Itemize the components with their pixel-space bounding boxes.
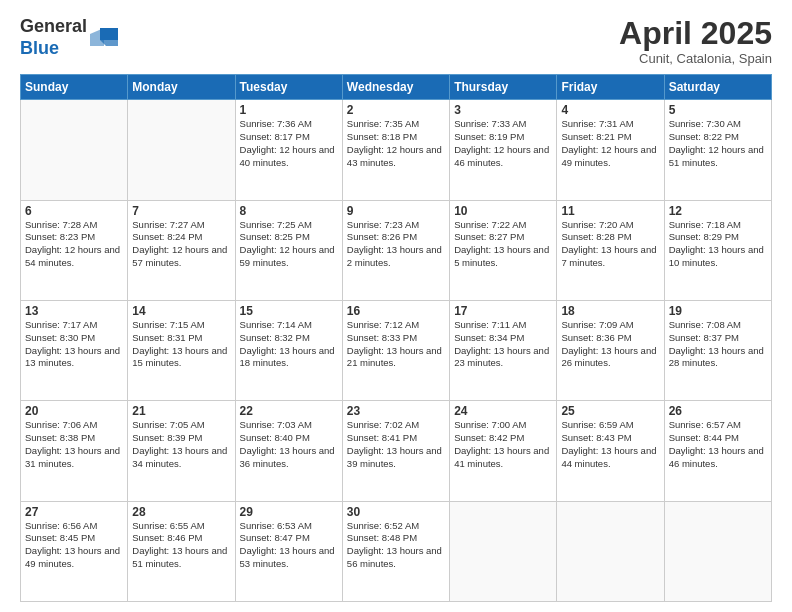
logo-general: General [20, 16, 87, 38]
day-info: Sunrise: 7:31 AM Sunset: 8:21 PM Dayligh… [561, 118, 659, 169]
day-info: Sunrise: 6:57 AM Sunset: 8:44 PM Dayligh… [669, 419, 767, 470]
day-number: 14 [132, 304, 230, 318]
day-number: 19 [669, 304, 767, 318]
calendar-cell: 13Sunrise: 7:17 AM Sunset: 8:30 PM Dayli… [21, 300, 128, 400]
day-number: 13 [25, 304, 123, 318]
day-info: Sunrise: 7:09 AM Sunset: 8:36 PM Dayligh… [561, 319, 659, 370]
day-info: Sunrise: 7:15 AM Sunset: 8:31 PM Dayligh… [132, 319, 230, 370]
day-number: 1 [240, 103, 338, 117]
calendar-cell: 23Sunrise: 7:02 AM Sunset: 8:41 PM Dayli… [342, 401, 449, 501]
calendar-cell: 25Sunrise: 6:59 AM Sunset: 8:43 PM Dayli… [557, 401, 664, 501]
calendar-cell: 21Sunrise: 7:05 AM Sunset: 8:39 PM Dayli… [128, 401, 235, 501]
calendar-cell: 8Sunrise: 7:25 AM Sunset: 8:25 PM Daylig… [235, 200, 342, 300]
day-info: Sunrise: 7:33 AM Sunset: 8:19 PM Dayligh… [454, 118, 552, 169]
day-number: 4 [561, 103, 659, 117]
header: General Blue April 2025 Cunit, Catalonia… [20, 16, 772, 66]
calendar-week-row-2: 13Sunrise: 7:17 AM Sunset: 8:30 PM Dayli… [21, 300, 772, 400]
day-number: 5 [669, 103, 767, 117]
day-info: Sunrise: 6:53 AM Sunset: 8:47 PM Dayligh… [240, 520, 338, 571]
calendar-week-row-3: 20Sunrise: 7:06 AM Sunset: 8:38 PM Dayli… [21, 401, 772, 501]
col-wednesday: Wednesday [342, 75, 449, 100]
day-info: Sunrise: 7:06 AM Sunset: 8:38 PM Dayligh… [25, 419, 123, 470]
col-tuesday: Tuesday [235, 75, 342, 100]
calendar-cell: 6Sunrise: 7:28 AM Sunset: 8:23 PM Daylig… [21, 200, 128, 300]
day-number: 23 [347, 404, 445, 418]
calendar-cell: 18Sunrise: 7:09 AM Sunset: 8:36 PM Dayli… [557, 300, 664, 400]
calendar-cell [450, 501, 557, 601]
calendar-cell: 2Sunrise: 7:35 AM Sunset: 8:18 PM Daylig… [342, 100, 449, 200]
day-info: Sunrise: 7:27 AM Sunset: 8:24 PM Dayligh… [132, 219, 230, 270]
calendar-cell: 14Sunrise: 7:15 AM Sunset: 8:31 PM Dayli… [128, 300, 235, 400]
calendar-week-row-1: 6Sunrise: 7:28 AM Sunset: 8:23 PM Daylig… [21, 200, 772, 300]
day-number: 6 [25, 204, 123, 218]
month-title: April 2025 [619, 16, 772, 51]
day-number: 25 [561, 404, 659, 418]
logo-text: General Blue [20, 16, 87, 59]
day-number: 16 [347, 304, 445, 318]
calendar-cell: 12Sunrise: 7:18 AM Sunset: 8:29 PM Dayli… [664, 200, 771, 300]
calendar-cell: 15Sunrise: 7:14 AM Sunset: 8:32 PM Dayli… [235, 300, 342, 400]
svg-marker-2 [90, 28, 104, 46]
day-info: Sunrise: 7:35 AM Sunset: 8:18 PM Dayligh… [347, 118, 445, 169]
calendar-cell [128, 100, 235, 200]
calendar-cell: 17Sunrise: 7:11 AM Sunset: 8:34 PM Dayli… [450, 300, 557, 400]
day-number: 3 [454, 103, 552, 117]
calendar-cell: 4Sunrise: 7:31 AM Sunset: 8:21 PM Daylig… [557, 100, 664, 200]
day-number: 20 [25, 404, 123, 418]
day-info: Sunrise: 6:52 AM Sunset: 8:48 PM Dayligh… [347, 520, 445, 571]
title-block: April 2025 Cunit, Catalonia, Spain [619, 16, 772, 66]
day-info: Sunrise: 6:56 AM Sunset: 8:45 PM Dayligh… [25, 520, 123, 571]
day-number: 12 [669, 204, 767, 218]
day-number: 26 [669, 404, 767, 418]
calendar-header-row: Sunday Monday Tuesday Wednesday Thursday… [21, 75, 772, 100]
day-info: Sunrise: 7:02 AM Sunset: 8:41 PM Dayligh… [347, 419, 445, 470]
day-info: Sunrise: 7:12 AM Sunset: 8:33 PM Dayligh… [347, 319, 445, 370]
calendar-cell: 24Sunrise: 7:00 AM Sunset: 8:42 PM Dayli… [450, 401, 557, 501]
day-info: Sunrise: 7:14 AM Sunset: 8:32 PM Dayligh… [240, 319, 338, 370]
day-number: 8 [240, 204, 338, 218]
day-info: Sunrise: 7:03 AM Sunset: 8:40 PM Dayligh… [240, 419, 338, 470]
calendar-cell [664, 501, 771, 601]
day-info: Sunrise: 7:28 AM Sunset: 8:23 PM Dayligh… [25, 219, 123, 270]
day-number: 27 [25, 505, 123, 519]
calendar-week-row-0: 1Sunrise: 7:36 AM Sunset: 8:17 PM Daylig… [21, 100, 772, 200]
day-number: 17 [454, 304, 552, 318]
calendar-cell: 3Sunrise: 7:33 AM Sunset: 8:19 PM Daylig… [450, 100, 557, 200]
day-info: Sunrise: 7:22 AM Sunset: 8:27 PM Dayligh… [454, 219, 552, 270]
day-info: Sunrise: 7:05 AM Sunset: 8:39 PM Dayligh… [132, 419, 230, 470]
calendar-cell: 28Sunrise: 6:55 AM Sunset: 8:46 PM Dayli… [128, 501, 235, 601]
day-number: 7 [132, 204, 230, 218]
day-number: 22 [240, 404, 338, 418]
calendar-table: Sunday Monday Tuesday Wednesday Thursday… [20, 74, 772, 602]
calendar-cell: 22Sunrise: 7:03 AM Sunset: 8:40 PM Dayli… [235, 401, 342, 501]
day-number: 29 [240, 505, 338, 519]
col-sunday: Sunday [21, 75, 128, 100]
day-number: 21 [132, 404, 230, 418]
calendar-cell: 27Sunrise: 6:56 AM Sunset: 8:45 PM Dayli… [21, 501, 128, 601]
day-info: Sunrise: 7:08 AM Sunset: 8:37 PM Dayligh… [669, 319, 767, 370]
calendar-cell: 7Sunrise: 7:27 AM Sunset: 8:24 PM Daylig… [128, 200, 235, 300]
day-number: 18 [561, 304, 659, 318]
day-number: 24 [454, 404, 552, 418]
day-number: 2 [347, 103, 445, 117]
col-monday: Monday [128, 75, 235, 100]
col-saturday: Saturday [664, 75, 771, 100]
calendar-cell: 1Sunrise: 7:36 AM Sunset: 8:17 PM Daylig… [235, 100, 342, 200]
calendar-week-row-4: 27Sunrise: 6:56 AM Sunset: 8:45 PM Dayli… [21, 501, 772, 601]
calendar-cell [21, 100, 128, 200]
calendar-cell [557, 501, 664, 601]
day-number: 15 [240, 304, 338, 318]
day-info: Sunrise: 7:11 AM Sunset: 8:34 PM Dayligh… [454, 319, 552, 370]
calendar-cell: 9Sunrise: 7:23 AM Sunset: 8:26 PM Daylig… [342, 200, 449, 300]
day-info: Sunrise: 7:00 AM Sunset: 8:42 PM Dayligh… [454, 419, 552, 470]
day-info: Sunrise: 7:17 AM Sunset: 8:30 PM Dayligh… [25, 319, 123, 370]
day-info: Sunrise: 7:18 AM Sunset: 8:29 PM Dayligh… [669, 219, 767, 270]
day-number: 10 [454, 204, 552, 218]
calendar-cell: 26Sunrise: 6:57 AM Sunset: 8:44 PM Dayli… [664, 401, 771, 501]
calendar-cell: 20Sunrise: 7:06 AM Sunset: 8:38 PM Dayli… [21, 401, 128, 501]
day-number: 30 [347, 505, 445, 519]
day-number: 28 [132, 505, 230, 519]
col-thursday: Thursday [450, 75, 557, 100]
calendar-cell: 19Sunrise: 7:08 AM Sunset: 8:37 PM Dayli… [664, 300, 771, 400]
calendar-cell: 29Sunrise: 6:53 AM Sunset: 8:47 PM Dayli… [235, 501, 342, 601]
